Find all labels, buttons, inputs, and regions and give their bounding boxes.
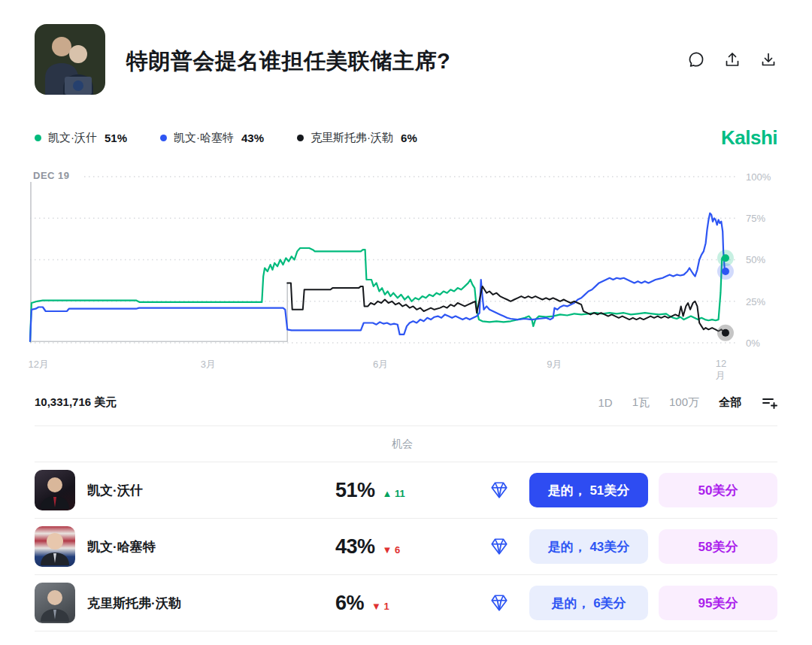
legend-dot-blue <box>160 135 167 141</box>
range-selector: 1D 1瓦 100万 全部 <box>598 394 777 410</box>
market-avatar-image <box>35 24 105 95</box>
chart-legend: 凯文·沃什 51% 凯文·哈塞特 43% 克里斯托弗·沃勒 6% Kalshi <box>35 126 777 150</box>
comment-icon[interactable] <box>687 51 705 69</box>
x-axis-tick: 12月 <box>716 358 730 383</box>
x-axis-tick: 6月 <box>373 358 388 371</box>
candidate-name: 克里斯托弗·沃勒 <box>87 595 325 612</box>
chance-cell: 51% ▲ 11 <box>335 479 469 502</box>
candidate-avatar <box>35 583 75 623</box>
chart-date-annotation: DEC 19 <box>33 170 76 181</box>
change-arrow-icon: ▼ <box>383 544 392 556</box>
chance-change: ▼ 1 <box>371 601 389 612</box>
range-1w[interactable]: 1瓦 <box>632 395 650 410</box>
chance-cell: 43% ▼ 6 <box>335 535 469 559</box>
legend-pct: 43% <box>241 132 264 144</box>
change-value: 6 <box>395 544 400 556</box>
legend-item-hassett[interactable]: 凯文·哈塞特 43% <box>160 131 264 145</box>
change-arrow-icon: ▲ <box>383 488 392 499</box>
y-axis-tick: 100% <box>746 171 777 183</box>
x-axis: 12月 3月 6月 9月 12月 <box>30 358 737 377</box>
y-axis-tick: 25% <box>746 296 777 307</box>
table-row-hassett[interactable]: 凯文·哈塞特 43% ▼ 6 是的， 43美分 58美分 <box>35 519 777 575</box>
legend-item-warsh[interactable]: 凯文·沃什 51% <box>35 131 127 145</box>
y-axis-tick: 75% <box>746 213 777 224</box>
chance-cell: 6% ▼ 1 <box>335 592 469 615</box>
legend-name: 凯文·沃什 <box>48 131 97 145</box>
buy-yes-label: 是的， 6美分 <box>551 596 626 610</box>
buy-yes-label: 是的， 51美分 <box>548 483 630 498</box>
legend-dot-green <box>35 135 41 141</box>
range-1d[interactable]: 1D <box>598 396 612 409</box>
diamond-icon[interactable] <box>489 593 509 613</box>
buy-yes-button[interactable]: 是的， 6美分 <box>529 586 648 620</box>
legend-pct: 51% <box>105 132 127 144</box>
candidate-name: 凯文·沃什 <box>87 482 325 499</box>
share-icon[interactable] <box>723 51 741 69</box>
chance-value: 43% <box>335 535 375 559</box>
legend-pct: 6% <box>401 132 417 144</box>
chart-canvas[interactable] <box>30 177 737 343</box>
range-all[interactable]: 全部 <box>719 395 741 410</box>
chance-value: 51% <box>335 479 375 502</box>
legend-dot-black <box>297 135 304 141</box>
buy-no-label: 50美分 <box>698 483 738 498</box>
buy-yes-label: 是的， 43美分 <box>548 540 630 554</box>
legend-name: 凯文·哈塞特 <box>174 131 234 145</box>
y-axis-tick: 50% <box>746 254 777 265</box>
page-title: 特朗普会提名谁担任美联储主席? <box>126 47 687 77</box>
x-axis-tick: 9月 <box>547 358 562 371</box>
candidate-avatar <box>35 526 75 567</box>
change-value: 1 <box>384 601 389 612</box>
x-axis-tick: 12月 <box>29 358 49 371</box>
outcomes-table: 机会 凯文·沃什 51% ▲ 11 是的， 51美分 50美分 <box>35 425 777 631</box>
buy-yes-button[interactable]: 是的， 43美分 <box>529 529 648 564</box>
change-value: 11 <box>395 488 405 499</box>
chance-value: 6% <box>335 592 364 615</box>
buy-no-button[interactable]: 58美分 <box>659 529 777 564</box>
buy-yes-button[interactable]: 是的， 51美分 <box>529 473 648 507</box>
chance-change: ▼ 6 <box>383 544 401 556</box>
buy-no-label: 95美分 <box>698 596 738 610</box>
chance-change: ▲ 11 <box>383 488 405 499</box>
table-row-warsh[interactable]: 凯文·沃什 51% ▲ 11 是的， 51美分 50美分 <box>35 462 777 519</box>
kalshi-logo: Kalshi <box>721 126 777 150</box>
buy-no-label: 58美分 <box>698 540 738 554</box>
candidate-avatar <box>35 470 75 510</box>
download-icon[interactable] <box>759 51 777 69</box>
buy-no-button[interactable]: 95美分 <box>659 586 777 620</box>
table-header-row: 机会 <box>35 426 777 462</box>
y-axis-tick: 0% <box>746 338 777 349</box>
stats-row: 10,331,716 美元 1D 1瓦 100万 全部 <box>35 394 777 410</box>
header-actions <box>687 51 777 69</box>
range-1m[interactable]: 100万 <box>669 395 699 410</box>
change-arrow-icon: ▼ <box>371 601 381 612</box>
diamond-icon[interactable] <box>489 537 509 556</box>
legend-item-waller[interactable]: 克里斯托弗·沃勒 6% <box>297 131 417 145</box>
market-page: 特朗普会提名谁担任美联储主席? 凯文·沃什 51% 凯文·哈塞特 43% <box>0 0 812 645</box>
header: 特朗普会提名谁担任美联储主席? <box>35 24 777 95</box>
diamond-icon[interactable] <box>489 480 509 500</box>
volume-value: 10,331,716 美元 <box>35 395 117 410</box>
legend-name: 克里斯托弗·沃勒 <box>311 131 393 145</box>
add-to-list-icon[interactable] <box>761 394 777 410</box>
chance-column-header: 机会 <box>335 438 469 451</box>
x-axis-tick: 3月 <box>201 358 216 371</box>
buy-no-button[interactable]: 50美分 <box>659 473 777 507</box>
table-row-waller[interactable]: 克里斯托弗·沃勒 6% ▼ 1 是的， 6美分 95美分 <box>35 575 777 631</box>
two-people-silhouette <box>35 24 105 95</box>
price-chart[interactable]: DEC 19 100% 75% 50% 25% 0% <box>30 177 777 343</box>
candidate-name: 凯文·哈塞特 <box>87 538 325 556</box>
